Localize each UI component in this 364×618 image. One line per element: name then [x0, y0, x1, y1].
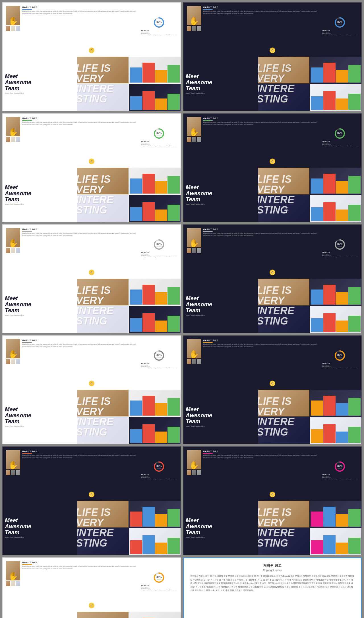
profile-text-g1: Nulla facilisi nam auctor metus vitae qu… — [22, 122, 139, 123]
theme-row-2: ✋ MATUY DEE Nulla facilisi nam auctor me… — [2, 113, 362, 222]
meet-text-dark-1: MeetAwesomeTeam — [186, 73, 256, 91]
target-roles-1: CEO, Founder BEST PRODUCT — [141, 31, 177, 34]
logo-c-1: C — [89, 48, 94, 53]
profile-slide-green-light: ✋ MATUY DEE Nulla facilisi nam auctor me… — [3, 114, 181, 168]
profile-name-1: MATUY DEE — [22, 6, 139, 9]
profile-bar-blue-dark — [203, 9, 213, 10]
target-roles-dark-1: CEO, Founder BEST PRODUCT — [322, 31, 358, 34]
profile-bar-blue — [22, 9, 32, 10]
theme-card-red-dark: ✋ MATUY DEE Nulla facilisi nam auctor me… — [2, 446, 181, 555]
main-grid: ✋ MATUY DEE Nulla facilisi nam auctor me… — [0, 0, 364, 618]
theme-card-blue-dark: ✋ MATUY DEE Nulla facilisi nam auctor me… — [183, 2, 362, 111]
idea-text-dark-1: Insert Your Creative Idea — [186, 92, 256, 94]
copyright-subtitle: Copyright Notice — [190, 569, 355, 572]
profile-slide-blue-light: ✋ MATUY DEE Nulla facilisi nam auctor me… — [3, 3, 181, 57]
content-slide-green-light: MeetAwesomeTeam Insert Your Creative Ide… — [3, 168, 181, 222]
theme-row-4: ✋ MATUY DEE Nulla facilisi nam auctor me… — [2, 335, 362, 444]
target-desc-dark-1: It's using to make Your look good and aw… — [322, 34, 358, 36]
theme-card-blue-light: ✋ MATUY DEE Nulla facilisi nam auctor me… — [2, 2, 181, 111]
profile-text-2: Nulla facilisi nam auctor metus vitae qu… — [22, 13, 139, 15]
profile-text-1: Nulla facilisi nam auctor metus vitae qu… — [22, 11, 139, 12]
theme-card-green-dark: ✋ MATUY DEE Nulla facilisi nam auctor me… — [183, 113, 362, 222]
meet-text-1: MeetAwesomeTeam — [5, 73, 75, 91]
theme-row-1: ✋ MATUY DEE Nulla facilisi nam auctor me… — [2, 2, 362, 111]
profile-text-dark-2: Nulla facilisi nam auctor metus vitae qu… — [203, 13, 320, 15]
logo-c-dark-1: C — [270, 48, 275, 53]
copyright-card: 저작권 공고 Copyright Notice 고도웍스 자료는 개인 및 기업… — [183, 557, 362, 618]
profile-slide-blue-dark: ✋ MATUY DEE Nulla facilisi nam auctor me… — [183, 3, 361, 57]
content-slide-blue-light: MeetAwesomeTeam Insert Your Creative Ide… — [3, 57, 181, 111]
theme-row-6: ✋ MATUY DEE Nulla facilisi nam auctor me… — [2, 557, 362, 618]
target-desc-1: It's using to make Your look good and aw… — [141, 34, 177, 36]
theme-card-orange-dark: ✋ MATUY DEE Nulla facilisi nam auctor me… — [183, 335, 362, 444]
profile-bar-green — [22, 120, 32, 121]
profile-name-dark-1: MATUY DEE — [203, 6, 320, 9]
content-slide-green-dark: MeetAwesomeTeam Insert Your Creative Ide… — [183, 168, 361, 222]
idea-text-1: Insert Your Creative Idea — [5, 92, 75, 94]
profile-slide-green-dark: ✋ MATUY DEE Nulla facilisi nam auctor me… — [183, 114, 361, 168]
theme-row-3: ✋ MATUY DEE Nulla facilisi nam auctor me… — [2, 224, 362, 333]
theme-row-5: ✋ MATUY DEE Nulla facilisi nam auctor me… — [2, 446, 362, 555]
theme-card-green-light: ✋ MATUY DEE Nulla facilisi nam auctor me… — [2, 113, 181, 222]
profile-name-green-light: MATUY DEE — [22, 117, 139, 120]
theme-card-gray-light: ✋ MATUY DEE Nulla facilisi nam auctor me… — [2, 224, 181, 333]
copyright-title: 저작권 공고 — [190, 563, 355, 568]
profile-text-g2: Nulla facilisi nam auctor metus vitae qu… — [22, 124, 139, 126]
theme-card-yellow-light: ✋ MATUY DEE Nulla facilisi nam auctor me… — [2, 557, 181, 618]
theme-card-darkgray-light: ✋ MATUY DEE Nulla facilisi nam auctor me… — [2, 335, 181, 444]
content-slide-blue-dark: MeetAwesomeTeam Insert Your Creative Ide… — [183, 57, 361, 111]
profile-text-dark-1: Nulla facilisi nam auctor metus vitae qu… — [203, 11, 320, 12]
theme-card-pink-dark: ✋ MATUY DEE Nulla facilisi nam auctor me… — [183, 446, 362, 555]
copyright-body: 고도웍스 자료는 개인 및 기업 사용자 모두 무료로 사용 가능하나 재배포 … — [190, 574, 355, 592]
theme-card-gray-dark: ✋ MATUY DEE Nulla facilisi nam auctor me… — [183, 224, 362, 333]
